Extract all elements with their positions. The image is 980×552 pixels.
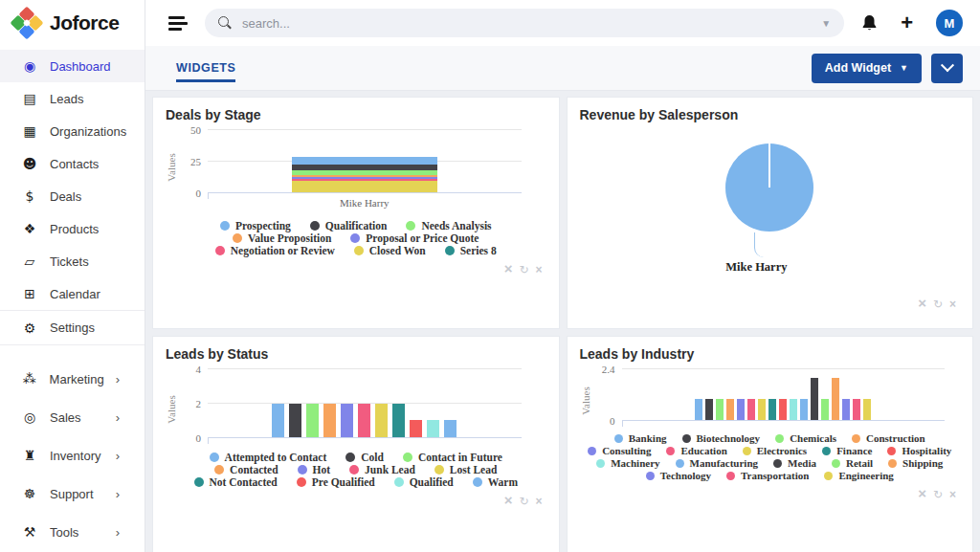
refresh-widget-icon[interactable]: ↻	[933, 298, 943, 311]
brand-logo[interactable]: Joforce	[0, 0, 145, 46]
sidebar-item-dashboard[interactable]: ◉Dashboard	[0, 50, 145, 82]
legend-item-technology[interactable]: Technology	[646, 470, 711, 481]
legend-item-proposal-or-price-quote[interactable]: Proposal or Price Quote	[350, 232, 479, 244]
stack-segment-prospecting[interactable]	[292, 157, 437, 165]
legend-item-needs-analysis[interactable]: Needs Analysis	[406, 220, 491, 232]
legend-item-hot[interactable]: Hot	[298, 464, 331, 475]
bar-contacted[interactable]	[323, 404, 336, 438]
legend-item-banking[interactable]: Banking	[614, 432, 667, 444]
bar-contact-in-future[interactable]	[306, 404, 319, 438]
sidebar-item-leads[interactable]: ▤Leads	[0, 82, 145, 115]
refresh-widget-icon[interactable]: ↻	[519, 263, 528, 276]
search-dropdown-caret-icon[interactable]: ▼	[821, 18, 831, 29]
close-widget-icon[interactable]: ×	[535, 495, 542, 508]
legend-item-finance[interactable]: Finance	[822, 445, 872, 456]
search-bar[interactable]: ▼	[205, 9, 844, 37]
expand-widget-icon[interactable]: ×	[918, 485, 926, 501]
stacked-bar-mike-harry[interactable]	[292, 157, 437, 192]
legend-item-qualified[interactable]: Qualified	[394, 476, 454, 488]
legend-item-media[interactable]: Media	[773, 457, 816, 469]
bar-manufacturing[interactable]	[800, 399, 808, 420]
legend-item-transportation[interactable]: Transportation	[726, 470, 809, 481]
bar-consulting[interactable]	[737, 399, 745, 420]
refresh-widget-icon[interactable]: ↻	[933, 488, 943, 501]
bar-construction[interactable]	[726, 399, 734, 420]
sidebar-group-support[interactable]: ☸Support›	[0, 477, 145, 510]
bar-engineering[interactable]	[863, 399, 871, 420]
user-avatar[interactable]: M	[936, 10, 963, 36]
legend-item-shipping[interactable]: Shipping	[888, 457, 943, 469]
legend-item-pre-qualified[interactable]: Pre Qualified	[297, 476, 375, 488]
menu-icon[interactable]	[168, 16, 188, 31]
close-widget-icon[interactable]: ×	[535, 263, 542, 276]
expand-widget-icon[interactable]: ×	[918, 295, 926, 311]
notifications-bell-icon[interactable]	[861, 14, 878, 32]
quick-create-plus-icon[interactable]: +	[901, 12, 913, 33]
bar-lost-lead[interactable]	[375, 404, 388, 438]
legend-item-warm[interactable]: Warm	[473, 476, 518, 488]
legend-item-junk-lead[interactable]: Junk Lead	[349, 464, 415, 475]
close-widget-icon[interactable]: ×	[949, 488, 956, 501]
legend-item-value-proposition[interactable]: Value Proposition	[233, 232, 331, 244]
legend-item-biotechnology[interactable]: Biotechnology	[682, 432, 761, 444]
bar-pre-qualified[interactable]	[410, 420, 422, 437]
legend-item-machinery[interactable]: Machinery	[596, 457, 659, 469]
legend-item-qualification[interactable]: Qualification	[310, 220, 388, 232]
bar-shipping[interactable]	[832, 378, 839, 420]
sidebar-item-products[interactable]: ❖Products	[0, 212, 145, 245]
legend-item-hospitality[interactable]: Hospitality	[887, 445, 951, 456]
legend-item-lost-lead[interactable]: Lost Lead	[434, 464, 498, 475]
bar-electronics[interactable]	[758, 399, 766, 420]
legend-item-prospecting[interactable]: Prospecting	[220, 220, 291, 232]
collapse-widgets-button[interactable]	[931, 54, 963, 83]
stack-segment-closed-won[interactable]	[292, 181, 437, 192]
legend-item-construction[interactable]: Construction	[852, 432, 925, 444]
bar-hospitality[interactable]	[779, 399, 787, 420]
sidebar-group-inventory[interactable]: ♜Inventory›	[0, 439, 145, 472]
legend-item-education[interactable]: Education	[666, 445, 726, 456]
legend-item-contacted[interactable]: Contacted	[214, 464, 278, 475]
sidebar-group-sales[interactable]: ◎Sales›	[0, 401, 145, 433]
sidebar-item-deals[interactable]: $Deals	[0, 180, 145, 212]
legend-item-attempted-to-contact[interactable]: Attempted to Contact	[210, 452, 327, 463]
pie-slice-mike-harry[interactable]	[725, 144, 813, 232]
legend-item-retail[interactable]: Retail	[832, 457, 873, 469]
legend-item-engineering[interactable]: Engineering	[824, 470, 893, 481]
bar-qualified[interactable]	[427, 420, 439, 437]
bar-cold[interactable]	[289, 404, 301, 438]
legend-item-closed-won[interactable]: Closed Won	[354, 245, 426, 256]
bar-transportation[interactable]	[853, 399, 860, 420]
bar-technology[interactable]	[842, 399, 850, 420]
legend-item-series-8[interactable]: Series 8	[445, 245, 497, 256]
bar-finance[interactable]	[768, 399, 776, 420]
sidebar-item-contacts[interactable]: ☻Contacts	[0, 147, 145, 180]
tab-widgets[interactable]: WIDGETS	[176, 46, 236, 90]
bar-hot[interactable]	[341, 404, 353, 438]
bar-chemicals[interactable]	[716, 399, 724, 420]
refresh-widget-icon[interactable]: ↻	[519, 495, 528, 508]
legend-item-cold[interactable]: Cold	[345, 452, 384, 463]
bar-education[interactable]	[747, 399, 755, 420]
sidebar-group-marketing[interactable]: ⁂Marketing›	[0, 363, 145, 395]
bar-junk-lead[interactable]	[358, 404, 370, 438]
bar-machinery[interactable]	[790, 399, 797, 420]
bar-attempted-to-contact[interactable]	[272, 404, 284, 438]
legend-item-consulting[interactable]: Consulting	[588, 445, 651, 456]
close-widget-icon[interactable]: ×	[949, 298, 956, 311]
legend-item-negotiation-or-review[interactable]: Negotiation or Review	[215, 245, 335, 256]
sidebar-item-organizations[interactable]: ▦Organizations	[0, 115, 145, 147]
expand-widget-icon[interactable]: ×	[504, 260, 513, 276]
bar-not-contacted[interactable]	[392, 404, 405, 438]
bar-biotechnology[interactable]	[705, 399, 713, 420]
sidebar-item-settings[interactable]: ⚙Settings	[0, 310, 145, 344]
sidebar-item-tickets[interactable]: ▱Tickets	[0, 245, 145, 277]
legend-item-not-contacted[interactable]: Not Contacted	[194, 476, 278, 488]
legend-item-contact-in-future[interactable]: Contact in Future	[403, 452, 502, 463]
add-widget-button[interactable]: Add Widget ▼	[812, 54, 922, 83]
search-input[interactable]	[242, 16, 812, 31]
sidebar-item-calendar[interactable]: ⊞Calendar	[0, 277, 145, 310]
legend-item-electronics[interactable]: Electronics	[743, 445, 807, 456]
legend-item-chemicals[interactable]: Chemicals	[775, 432, 836, 444]
bar-banking[interactable]	[695, 399, 702, 420]
bar-media[interactable]	[811, 378, 818, 420]
